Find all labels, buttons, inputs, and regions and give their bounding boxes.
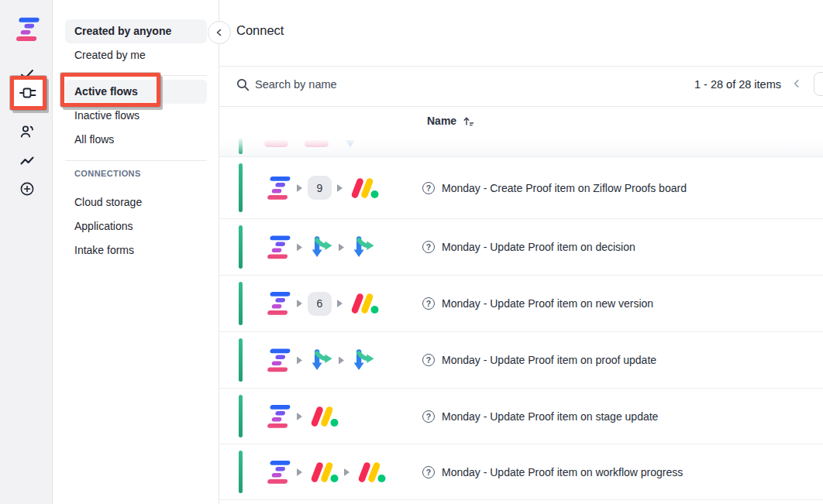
table-row[interactable]: ? Monday - Update Proof item on decision <box>219 219 823 276</box>
back-button[interactable] <box>208 21 231 44</box>
help-icon[interactable]: ? <box>422 241 435 253</box>
search-icon <box>236 78 250 91</box>
flow-branch-icon <box>308 348 333 373</box>
chevron-left-icon <box>215 28 224 37</box>
flow-branch-icon <box>308 235 333 260</box>
monday-icon <box>308 405 339 428</box>
chain-arrow-icon <box>337 300 343 307</box>
table-row-partial[interactable] <box>219 138 823 157</box>
ziflow-icon <box>263 348 291 372</box>
sidebar-item-cloud-storage[interactable]: Cloud storage <box>65 190 207 214</box>
chain-arrow-icon <box>344 468 350 476</box>
sort-ascending-icon <box>463 115 474 127</box>
ziflow-icon <box>263 235 291 259</box>
flows-table: 9 ? Monday - Create Proof item on Ziflow… <box>219 138 823 500</box>
divider <box>219 66 823 67</box>
flow-name[interactable]: Monday - Update Proof item on workflow p… <box>442 466 683 478</box>
help-icon[interactable]: ? <box>422 297 435 310</box>
pagination-label: 1 - 28 of 28 items <box>694 78 781 91</box>
sidebar-item-inactive-flows[interactable]: Inactive flows <box>65 104 207 128</box>
table-row[interactable]: ? Monday - Update Proof item on stage up… <box>219 389 823 444</box>
table-row[interactable]: 9 ? Monday - Create Proof item on Ziflow… <box>219 157 823 219</box>
sidebar-item-active-flows[interactable]: Active flows <box>65 80 207 104</box>
monday-icon <box>348 292 379 315</box>
sidebar-item-applications[interactable]: Applications <box>65 214 207 238</box>
connect-plug-icon[interactable] <box>19 86 38 100</box>
app-window: Created by anyone Created by me Active f… <box>0 0 823 504</box>
flow-name[interactable]: Monday - Create Proof item on Ziflow Pro… <box>442 182 687 194</box>
divider <box>219 106 823 107</box>
flow-branch-icon <box>350 235 375 260</box>
row-accent-bar <box>239 451 243 493</box>
table-row[interactable]: ? Monday - Update Proof item on proof up… <box>219 332 823 389</box>
row-accent-bar <box>239 395 243 437</box>
name-column-header[interactable]: Name <box>427 115 474 127</box>
sidebar: Created by anyone Created by me Active f… <box>53 0 219 504</box>
icon-rail <box>0 0 53 504</box>
search-input[interactable] <box>255 74 534 95</box>
people-icon[interactable] <box>19 124 35 139</box>
pagination-next-button[interactable] <box>814 72 823 96</box>
divider <box>65 160 207 161</box>
ziflow-icon <box>263 460 291 485</box>
table-row[interactable]: 6 ? Monday - Update Proof item on new ve… <box>219 276 823 332</box>
step-count-badge: 9 <box>308 176 332 200</box>
chain-arrow-icon <box>339 243 344 251</box>
monday-icon <box>308 461 339 484</box>
flow-name[interactable]: Monday - Update Proof item on proof upda… <box>442 354 656 366</box>
help-icon[interactable]: ? <box>422 182 435 194</box>
clipped-arrow-icon <box>346 140 355 147</box>
sidebar-item-created-by-anyone[interactable]: Created by anyone <box>65 19 207 43</box>
row-accent-bar <box>239 138 243 154</box>
sidebar-item-created-by-me[interactable]: Created by me <box>65 43 207 67</box>
flow-name[interactable]: Monday - Update Proof item on decision <box>442 241 635 253</box>
connect-nav-annotation-box <box>10 76 46 110</box>
chain-arrow-icon <box>297 184 302 192</box>
flow-name[interactable]: Monday - Update Proof item on stage upda… <box>442 410 658 423</box>
monday-icon <box>355 461 386 484</box>
flow-name[interactable]: Monday - Update Proof item on new versio… <box>442 297 653 310</box>
chevron-left-icon <box>791 78 802 89</box>
clipped-ziflow-icon <box>264 140 288 147</box>
sidebar-item-intake-forms[interactable]: Intake forms <box>65 238 207 262</box>
page-title: Connect <box>236 23 284 38</box>
row-accent-bar <box>239 225 243 269</box>
divider <box>65 75 207 76</box>
ziflow-icon <box>263 176 291 201</box>
row-accent-bar <box>239 163 243 212</box>
chain-arrow-icon <box>297 468 302 476</box>
row-accent-bar <box>239 338 243 382</box>
pagination-prev-button[interactable] <box>790 77 803 91</box>
help-icon[interactable]: ? <box>422 466 435 478</box>
flow-chain: 6 <box>263 291 379 316</box>
add-icon[interactable] <box>19 181 35 197</box>
flow-chain <box>263 235 375 260</box>
row-accent-bar <box>239 282 243 325</box>
flow-chain <box>263 404 339 429</box>
ziflow-icon <box>263 291 291 316</box>
step-count-badge: 6 <box>308 292 332 316</box>
sidebar-item-all-flows[interactable]: All flows <box>65 128 207 152</box>
connections-heading: CONNECTIONS <box>74 169 141 178</box>
ziflow-logo-icon[interactable] <box>12 16 40 43</box>
ziflow-icon <box>263 404 291 429</box>
flow-branch-icon <box>350 348 375 373</box>
chain-arrow-icon <box>297 413 302 420</box>
flow-chain <box>263 460 386 485</box>
flow-chain: 9 <box>263 176 379 201</box>
table-row[interactable]: ? Monday - Update Proof item on workflow… <box>219 444 823 500</box>
clipped-ziflow-icon <box>305 140 329 147</box>
chain-arrow-icon <box>337 184 343 192</box>
help-icon[interactable]: ? <box>422 354 435 366</box>
flow-chain <box>263 348 375 373</box>
chain-arrow-icon <box>339 356 344 364</box>
chain-arrow-icon <box>297 243 302 251</box>
name-column-label: Name <box>427 115 456 127</box>
activity-icon[interactable] <box>19 153 35 169</box>
chain-arrow-icon <box>297 356 302 364</box>
help-icon[interactable]: ? <box>422 410 435 423</box>
main-panel: Connect 1 - 28 of 28 items Name <box>219 0 823 504</box>
chain-arrow-icon <box>297 300 302 307</box>
monday-icon <box>348 177 379 200</box>
